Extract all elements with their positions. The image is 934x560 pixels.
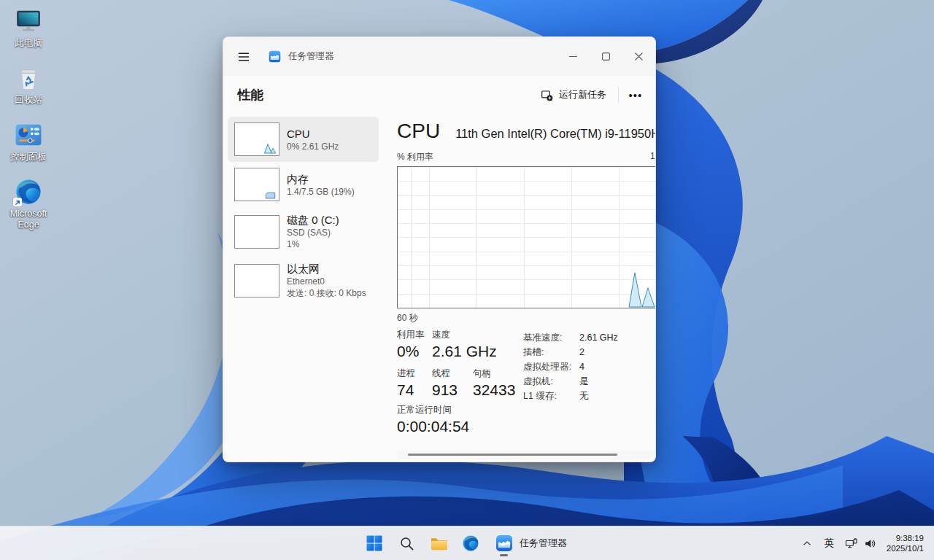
search-icon: [398, 535, 415, 552]
window-titlebar[interactable]: 任务管理器: [223, 37, 655, 76]
edge-logo-icon: [462, 534, 479, 552]
sidebar-item-disk[interactable]: 磁盘 0 (C:) SSD (SAS) 1%: [228, 207, 379, 256]
sidebar-item-title: 以太网: [287, 262, 366, 276]
sidebar-item-sub: 1%: [287, 238, 339, 250]
stat-label: 句柄: [473, 368, 491, 380]
desktop-icon-label: 控制面板: [10, 152, 47, 163]
performance-content: CPU 0% 2.61 GHz 内存 1.4/7.5 GB (19%): [223, 114, 655, 462]
graph-y-axis-label: % 利用率: [397, 151, 433, 163]
this-pc-monitor-icon: [15, 7, 42, 35]
stat-value-utilization: 0%: [397, 341, 432, 361]
stat-value-processes: 74: [397, 380, 432, 400]
clock-button[interactable]: 9:38:19 2025/10/1: [882, 533, 931, 554]
active-app-indicator: [500, 554, 508, 556]
ethernet-network-icon: [844, 537, 858, 551]
recycle-bin-icon: [15, 64, 42, 92]
start-button[interactable]: [360, 529, 389, 558]
detail-row: 虚拟机: 是: [523, 374, 655, 389]
performance-sidebar: CPU 0% 2.61 GHz 内存 1.4/7.5 GB (19%): [223, 114, 397, 462]
shortcut-arrow-icon: [13, 198, 22, 206]
detail-value-l1-cache: 无: [579, 390, 589, 402]
ime-language-button[interactable]: 英: [819, 530, 839, 556]
cpu-pane-title: CPU: [397, 120, 440, 143]
desktop-icon-this-pc[interactable]: 此电脑: [1, 7, 55, 49]
cpu-model-name: 11th Gen Intel(R) Core(TM) i9-11950H: [455, 127, 655, 141]
detail-label: 插槽:: [523, 346, 579, 359]
detail-row: 基准速度: 2.61 GHz: [523, 330, 655, 345]
task-manager-taskbar-button[interactable]: 任务管理器: [488, 529, 574, 558]
close-button[interactable]: [622, 37, 655, 76]
graph-x-axis-label: 60 秒: [397, 312, 418, 324]
detail-row: L1 缓存: 无: [523, 389, 655, 403]
minimize-icon: [569, 52, 577, 61]
desktop-icon-control-panel[interactable]: 控制面板: [1, 121, 55, 163]
run-new-task-button[interactable]: 运行新任务: [533, 83, 614, 106]
cpu-usage-spike: [642, 288, 655, 307]
cpu-details-block: 基准速度: 2.61 GHz 插槽: 2 虚拟处理器: 4 虚拟机: 是 L1 …: [523, 330, 655, 403]
desktop-icon-column: 此电脑 回收站 控制面板 Microsoft Edge: [1, 7, 55, 246]
desktop-icon-recycle-bin[interactable]: 回收站: [1, 64, 55, 106]
network-volume-button[interactable]: [839, 530, 882, 556]
cpu-utilization-graph[interactable]: [397, 166, 655, 308]
desktop-icon-label: 回收站: [15, 95, 42, 106]
graph-y-max-label: 100%: [650, 151, 655, 161]
performance-header: 性能 运行新任务 •••: [223, 76, 655, 114]
edge-button[interactable]: [456, 529, 485, 558]
uptime-block: 正常运行时间 0:00:04:54: [397, 404, 469, 436]
sidebar-item-cpu[interactable]: CPU 0% 2.61 GHz: [228, 117, 379, 162]
sidebar-item-sub: 1.4/7.5 GB (19%): [287, 186, 355, 198]
cpu-usage-series: [398, 167, 655, 308]
close-icon: [635, 52, 643, 61]
stat-value-threads: 913: [432, 380, 473, 400]
disk-mini-graph: [234, 215, 279, 249]
desktop-icon-edge[interactable]: Microsoft Edge: [1, 178, 55, 230]
clock-date: 2025/10/1: [887, 543, 924, 554]
task-manager-taskbar-label: 任务管理器: [520, 537, 567, 550]
minimize-button[interactable]: [557, 37, 590, 76]
speaker-icon: [863, 537, 877, 551]
detail-label: 虚拟机:: [523, 376, 579, 388]
edge-logo-icon: [15, 178, 42, 206]
uptime-label: 正常运行时间: [397, 404, 469, 416]
scrollbar-thumb[interactable]: [408, 454, 617, 456]
clock-time: 9:38:19: [887, 533, 924, 544]
stat-label: 利用率: [397, 329, 432, 341]
desktop-icon-label: Microsoft Edge: [1, 209, 55, 230]
more-options-button[interactable]: •••: [623, 84, 648, 106]
window-controls: [557, 37, 655, 76]
new-task-plus-icon: [541, 89, 553, 101]
cpu-stats-block: 利用率 速度 0% 2.61 GHz 进程 线程 句柄 74 913 32433: [397, 329, 515, 400]
run-new-task-label: 运行新任务: [559, 88, 606, 101]
search-button[interactable]: [392, 529, 421, 558]
detail-label: 虚拟处理器:: [523, 361, 579, 373]
detail-value-virtual-machine: 是: [579, 376, 589, 388]
sidebar-item-ethernet[interactable]: 以太网 Ethernet0 发送: 0 接收: 0 Kbps: [228, 256, 379, 305]
maximize-button[interactable]: [590, 37, 622, 76]
sidebar-item-title: 磁盘 0 (C:): [287, 213, 339, 227]
hidden-icons-button[interactable]: [795, 530, 819, 556]
desktop-icon-label: 此电脑: [15, 38, 42, 49]
sidebar-item-memory[interactable]: 内存 1.4/7.5 GB (19%): [228, 162, 379, 207]
hamburger-menu-button[interactable]: [229, 44, 258, 70]
window-title: 任务管理器: [288, 50, 334, 63]
page-title: 性能: [238, 86, 263, 104]
file-explorer-button[interactable]: [424, 529, 453, 558]
horizontal-scrollbar[interactable]: [397, 451, 655, 459]
taskbar: 任务管理器 英 9:38:19 2025/10/1: [0, 526, 934, 560]
task-manager-icon: [269, 50, 281, 63]
hamburger-icon: [238, 52, 250, 62]
stat-value-speed: 2.61 GHz: [432, 341, 497, 361]
ellipsis-icon: •••: [629, 89, 643, 101]
detail-value-base-speed: 2.61 GHz: [579, 332, 618, 343]
control-panel-icon: [15, 121, 42, 149]
task-manager-window: 任务管理器 性能 运行新任务 •••: [223, 36, 656, 462]
file-explorer-folder-icon: [430, 534, 448, 553]
cpu-detail-pane: CPU 11th Gen Intel(R) Core(TM) i9-11950H…: [397, 114, 655, 462]
uptime-value: 0:00:04:54: [397, 416, 469, 436]
stat-label: 进程: [397, 368, 432, 380]
detail-label: 基准速度:: [523, 332, 579, 344]
task-manager-icon: [495, 534, 513, 552]
cpu-usage-spike: [629, 273, 641, 307]
sidebar-item-sub: 0% 2.61 GHz: [287, 141, 339, 152]
detail-row: 插槽: 2: [523, 345, 655, 359]
